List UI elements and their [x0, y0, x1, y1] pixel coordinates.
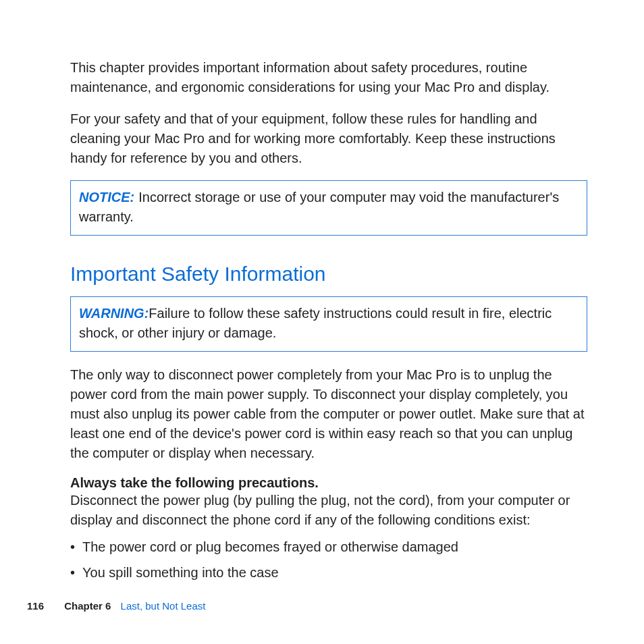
- document-page: This chapter provides important informat…: [0, 0, 644, 644]
- page-footer: 116 Chapter 6 Last, but Not Least: [27, 600, 205, 612]
- notice-text: Incorrect storage or use of your compute…: [79, 190, 559, 224]
- warning-text: Failure to follow these safety instructi…: [79, 306, 552, 340]
- intro-paragraph-2: For your safety and that of your equipme…: [70, 109, 587, 168]
- body-paragraph-2: Disconnect the power plug (by pulling th…: [70, 491, 587, 530]
- chapter-label: Chapter 6: [64, 600, 111, 612]
- list-item: You spill something into the case: [70, 562, 587, 583]
- notice-label: NOTICE:: [79, 190, 134, 205]
- body-paragraph-1: The only way to disconnect power complet…: [70, 365, 587, 463]
- section-heading: Important Safety Information: [70, 263, 587, 286]
- notice-callout: NOTICE:Incorrect storage or use of your …: [70, 180, 587, 236]
- bullet-list: The power cord or plug becomes frayed or…: [70, 537, 587, 583]
- list-item: The power cord or plug becomes frayed or…: [70, 537, 587, 557]
- precautions-subheading: Always take the following precautions.: [70, 475, 587, 491]
- page-number: 116: [27, 600, 44, 612]
- warning-label: WARNING:: [79, 306, 149, 321]
- warning-callout: WARNING:Failure to follow these safety i…: [70, 296, 587, 352]
- chapter-title: Last, but Not Least: [121, 600, 206, 612]
- intro-paragraph-1: This chapter provides important informat…: [70, 58, 587, 97]
